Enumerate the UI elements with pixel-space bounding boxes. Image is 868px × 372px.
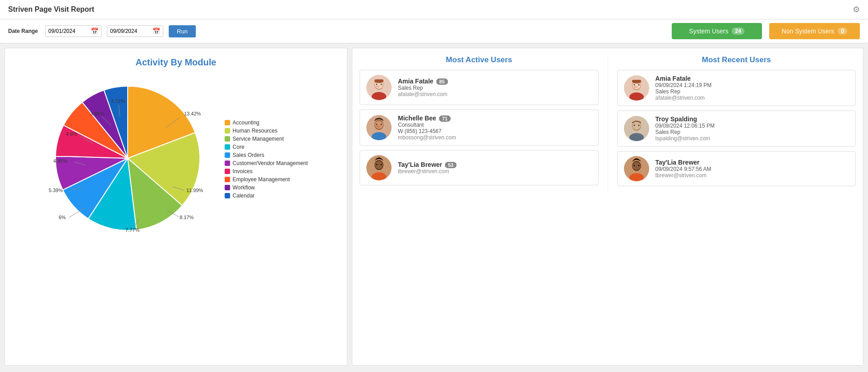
legend-color: [225, 185, 230, 190]
legend-color: [225, 177, 230, 182]
legend-label: Accounting: [233, 119, 259, 126]
legend-color: [225, 193, 230, 198]
legend-label: Employee Management: [233, 176, 290, 183]
svg-rect-28: [374, 79, 383, 82]
legend-item: Customer/Vendor Management: [225, 160, 308, 166]
legend-color: [225, 152, 230, 158]
user-info: Tay'Lia Brewer09/09/2024 9:57:56 AMtbrew…: [656, 159, 850, 179]
user-email: afatale@striven.com: [656, 95, 850, 101]
svg-text:4.6%: 4.6%: [66, 131, 77, 137]
most-active-users-col: Most Active Users Amia Fatale85Sales Rep…: [360, 55, 599, 191]
calendar-from-icon[interactable]: 📅: [91, 28, 98, 35]
top-controls: Date Range 📅 📅 Run System Users 24 Non S…: [0, 19, 868, 43]
most-active-title: Most Active Users: [360, 55, 599, 64]
user-role: Sales Rep: [398, 85, 592, 91]
user-name: Amia Fatale: [398, 78, 434, 85]
active-users-list: Amia Fatale85Sales Repafatale@striven.co…: [360, 70, 599, 185]
svg-point-40: [376, 164, 378, 165]
user-email: tbrewer@striven.com: [656, 172, 850, 179]
svg-point-41: [381, 164, 382, 165]
legend-item: Core: [225, 144, 308, 150]
user-datetime: 09/09/2024 1:24:19 PM: [656, 82, 850, 88]
user-type-buttons: System Users 24 Non System Users 0: [672, 23, 860, 39]
svg-point-25: [381, 84, 382, 85]
svg-text:3.72%: 3.72%: [111, 98, 125, 104]
user-name-row: Amia Fatale85: [398, 78, 592, 85]
active-user-card: Michelle Bee71ConsultantW (856) 123-4567…: [360, 110, 599, 146]
active-user-card: Amia Fatale85Sales Repafatale@striven.co…: [360, 70, 599, 105]
user-info: Troy Spalding09/09/2024 12:06:15 PMSales…: [656, 115, 850, 142]
calendar-to-icon[interactable]: 📅: [152, 28, 160, 35]
most-recent-users-col: Most Recent Users Amia Fatale09/09/2024 …: [617, 55, 856, 191]
svg-text:4.95%: 4.95%: [53, 158, 67, 164]
recent-users-list: Amia Fatale09/09/2024 1:24:19 PMSales Re…: [617, 70, 856, 186]
svg-rect-48: [634, 87, 637, 87]
user-phone: W (856) 123-4567: [398, 128, 592, 134]
active-user-card: Tay'Lia Brewer53tbrewer@striven.com: [360, 150, 599, 185]
svg-point-46: [633, 84, 635, 86]
chart-legend: AccountingHuman ResourcesService Managem…: [225, 119, 308, 199]
svg-point-60: [633, 162, 641, 170]
date-to-wrap: 📅: [107, 25, 163, 37]
legend-color: [225, 136, 230, 142]
system-users-button[interactable]: System Users 24: [672, 23, 762, 39]
legend-item: Accounting: [225, 119, 308, 126]
chart-panel: Activity By Module 13.42% 11.99% 8.17% 7…: [5, 48, 347, 366]
system-users-label: System Users: [689, 28, 728, 35]
legend-item: Workflow: [225, 184, 308, 191]
date-range-label: Date Range: [8, 28, 38, 34]
legend-item: Service Management: [225, 136, 308, 142]
legend-color: [225, 120, 230, 125]
legend-item: Calendar: [225, 193, 308, 199]
user-name: Tay'Lia Brewer: [398, 161, 442, 168]
system-users-badge: 24: [732, 28, 744, 35]
chart-title: Activity By Module: [14, 57, 338, 68]
legend-label: Service Management: [233, 136, 284, 142]
date-from-wrap: 📅: [45, 25, 102, 37]
svg-rect-50: [632, 80, 641, 83]
date-from-input[interactable]: [48, 28, 89, 34]
gear-icon[interactable]: ⚙: [853, 5, 860, 14]
svg-point-24: [376, 84, 378, 85]
non-system-users-button[interactable]: Non System Users 0: [769, 23, 860, 39]
svg-point-61: [633, 165, 635, 166]
user-role: Consultant: [398, 122, 592, 128]
svg-text:7.77%: 7.77%: [125, 227, 139, 233]
right-inner: Most Active Users Amia Fatale85Sales Rep…: [360, 55, 856, 191]
svg-point-54: [633, 122, 641, 130]
user-datetime: 09/09/2024 9:57:56 AM: [656, 166, 850, 172]
user-email: tbrewer@striven.com: [398, 168, 592, 175]
date-to-input[interactable]: [110, 28, 151, 34]
legend-item: Invoices: [225, 168, 308, 175]
svg-point-32: [375, 121, 383, 129]
avatar: [366, 75, 392, 100]
user-email: mbossong@striven.com: [398, 134, 592, 141]
svg-text:6%: 6%: [59, 215, 66, 220]
legend-label: Sales Orders: [233, 152, 264, 158]
legend-item: Sales Orders: [225, 152, 308, 158]
user-datetime: 09/09/2024 12:06:15 PM: [656, 123, 850, 129]
user-info: Amia Fatale85Sales Repafatale@striven.co…: [398, 78, 592, 97]
legend-color: [225, 144, 230, 150]
user-name-row: Tay'Lia Brewer53: [398, 161, 592, 168]
svg-point-47: [638, 84, 639, 86]
recent-user-card: Troy Spalding09/09/2024 12:06:15 PMSales…: [617, 110, 856, 147]
run-button[interactable]: Run: [169, 25, 196, 37]
user-info: Michelle Bee71ConsultantW (856) 123-4567…: [398, 115, 592, 141]
user-name: Amia Fatale: [656, 75, 850, 82]
user-name: Tay'Lia Brewer: [656, 159, 850, 166]
legend-color: [225, 169, 230, 174]
recent-user-card: Tay'Lia Brewer09/09/2024 9:57:56 AMtbrew…: [617, 151, 856, 186]
user-name: Michelle Bee: [398, 115, 436, 122]
non-system-users-badge: 0: [838, 28, 847, 35]
svg-text:3.85%: 3.85%: [90, 111, 104, 116]
legend-label: Customer/Vendor Management: [233, 160, 308, 166]
legend-label: Core: [233, 144, 245, 150]
svg-point-55: [633, 125, 635, 126]
activity-badge: 71: [439, 115, 451, 122]
legend-color: [225, 161, 230, 166]
svg-rect-26: [376, 86, 380, 87]
legend-label: Calendar: [233, 193, 255, 199]
svg-point-33: [376, 124, 378, 125]
avatar: [624, 156, 649, 181]
